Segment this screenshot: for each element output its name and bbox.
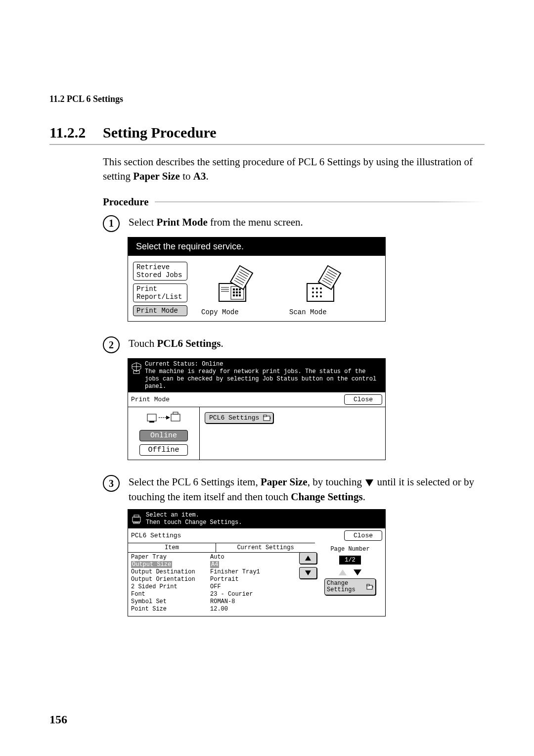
- status-title: Current Status: Online: [145, 361, 382, 368]
- online-button[interactable]: Online: [139, 430, 188, 441]
- settings-value: Finisher Tray1: [210, 568, 312, 576]
- svg-point-28: [312, 295, 314, 297]
- step-2: 2 Touch PCL6 Settings.: [103, 336, 485, 353]
- settings-item[interactable]: Symbol Set: [131, 598, 210, 606]
- step-2-bullet: 2: [103, 336, 120, 353]
- svg-rect-7: [239, 288, 241, 290]
- procedure-rule: [155, 201, 485, 202]
- page-down-icon[interactable]: [354, 569, 361, 575]
- close-button[interactable]: Close: [344, 394, 382, 405]
- pcl6-settings-label: PCL6 Settings: [209, 414, 259, 422]
- settings-item[interactable]: Output Size: [131, 561, 210, 568]
- step-3-post: .: [363, 491, 365, 503]
- svg-point-46: [159, 417, 160, 418]
- copy-mode-label[interactable]: Copy Mode: [201, 308, 239, 316]
- step-3: 3 Select the PCL 6 Settings item, Paper …: [103, 475, 485, 504]
- panel1-title: Select the required service.: [128, 237, 385, 256]
- section-heading: 11.2.2 Setting Procedure: [49, 124, 485, 145]
- transfer-icon: [146, 411, 181, 424]
- copy-mode-icon: [216, 264, 261, 306]
- procedure-label: Procedure: [103, 196, 149, 208]
- svg-rect-5: [233, 288, 235, 290]
- step-1-bullet: 1: [103, 215, 120, 232]
- svg-rect-59: [367, 584, 369, 586]
- settings-item[interactable]: Output Destination: [131, 568, 210, 576]
- settings-item[interactable]: Paper Tray: [131, 554, 210, 561]
- svg-rect-43: [149, 421, 154, 423]
- settings-value: Portrait: [210, 576, 312, 583]
- settings-item[interactable]: Point Size: [131, 606, 210, 613]
- svg-rect-13: [239, 294, 241, 296]
- step-3-bullet: 3: [103, 475, 120, 492]
- svg-marker-62: [305, 570, 311, 575]
- panel3-bar-label: PCL6 Settings: [131, 532, 181, 539]
- running-header: 11.2 PCL 6 Settings: [49, 94, 485, 104]
- col-current-header: Current Settings: [216, 543, 315, 552]
- settings-item[interactable]: Output Orientation: [131, 576, 210, 583]
- folder-icon: [366, 584, 373, 590]
- offline-button[interactable]: Offline: [139, 444, 188, 456]
- settings-value: OFF: [210, 583, 312, 591]
- folder-icon: [263, 415, 271, 422]
- down-triangle-icon: [365, 479, 373, 486]
- status-icon: [131, 362, 142, 375]
- intro-bold-2: A3: [193, 170, 206, 182]
- step-3-bold-1: Paper Size: [261, 476, 308, 488]
- settings-value: A4: [210, 561, 312, 568]
- svg-point-27: [320, 291, 322, 293]
- svg-point-47: [161, 417, 162, 418]
- settings-item[interactable]: 2 Sided Print: [131, 583, 210, 591]
- svg-rect-8: [233, 291, 235, 293]
- step-3-bold-2: Change Settings: [291, 491, 362, 503]
- change-settings-label: Change Settings: [327, 580, 356, 593]
- settings-value: 12.00: [210, 606, 312, 613]
- retrieve-stored-jobs-button[interactable]: Retrieve Stored Jobs: [133, 262, 187, 281]
- scroll-up-button[interactable]: [299, 552, 317, 564]
- panel2-bar-label: Print Mode: [131, 396, 344, 403]
- intro-bold-1: Paper Size: [133, 170, 180, 182]
- svg-rect-6: [236, 288, 238, 290]
- svg-point-24: [320, 287, 322, 289]
- intro-mid: to: [180, 170, 193, 182]
- step-1-pre: Select: [129, 216, 157, 228]
- svg-marker-61: [305, 556, 311, 561]
- svg-rect-42: [147, 414, 156, 421]
- step-1-post: from the menu screen.: [208, 216, 303, 228]
- printer-icon: [131, 514, 142, 524]
- svg-point-23: [316, 287, 318, 289]
- scan-mode-label[interactable]: Scan Mode: [289, 308, 327, 316]
- section-number: 11.2.2: [49, 124, 103, 141]
- panel3-close-button[interactable]: Close: [344, 530, 382, 541]
- pcl6-settings-button[interactable]: PCL6 Settings: [205, 412, 273, 424]
- intro-post: .: [206, 170, 208, 182]
- svg-rect-10: [239, 291, 241, 293]
- panel3-hline2: Then touch Change Settings.: [146, 519, 242, 526]
- change-settings-button[interactable]: Change Settings: [324, 578, 376, 595]
- step-1-bold: Print Mode: [157, 216, 208, 228]
- scroll-down-button[interactable]: [299, 567, 317, 579]
- svg-rect-11: [233, 294, 235, 296]
- svg-rect-9: [236, 291, 238, 293]
- svg-rect-54: [133, 517, 140, 522]
- svg-marker-50: [166, 416, 170, 420]
- svg-rect-55: [134, 515, 139, 517]
- step-2-post: .: [221, 337, 223, 349]
- settings-value: Auto: [210, 554, 312, 561]
- page-up-icon[interactable]: [339, 569, 347, 575]
- print-mode-button[interactable]: Print Mode: [133, 305, 187, 316]
- settings-value: 23 - Courier: [210, 591, 312, 598]
- page-number-label: Page Number: [330, 546, 369, 553]
- step-2-pre: Touch: [129, 337, 157, 349]
- print-report-list-button[interactable]: Print Report/List: [133, 284, 187, 302]
- status-body: The machine is ready for network print j…: [145, 368, 382, 390]
- step-1-text: Select Print Mode from the menu screen.: [129, 215, 485, 230]
- svg-rect-52: [264, 415, 267, 417]
- svg-point-25: [312, 291, 314, 293]
- page-number-value: 1/2: [339, 556, 361, 565]
- settings-item[interactable]: Font: [131, 591, 210, 598]
- svg-marker-60: [372, 586, 373, 588]
- step-3-text: Select the PCL 6 Settings item, Paper Si…: [129, 475, 485, 504]
- scan-mode-icon: [304, 264, 349, 306]
- step-3-pre: Select the PCL 6 Settings item,: [129, 476, 261, 488]
- step-2-text: Touch PCL6 Settings.: [129, 336, 485, 351]
